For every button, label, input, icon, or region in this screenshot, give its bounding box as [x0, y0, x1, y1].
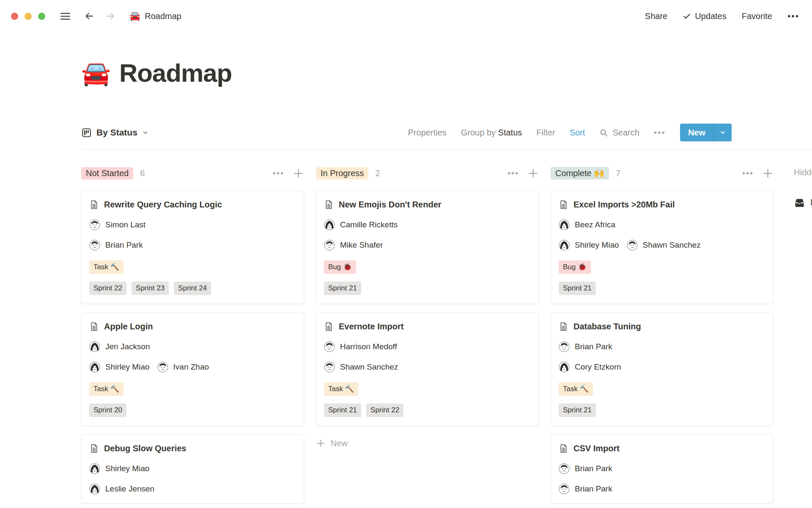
assignee-name: Brian Park: [575, 463, 612, 475]
card-sprint-tags-row: Sprint 21: [559, 403, 765, 417]
share-button[interactable]: Share: [645, 11, 667, 21]
sprint-tag: Sprint 21: [324, 282, 361, 295]
updates-button[interactable]: Updates: [683, 11, 727, 21]
group-by-button[interactable]: Group by Status: [461, 128, 522, 138]
assignee-name: Cory Etzkorn: [575, 361, 621, 373]
favorite-button[interactable]: Favorite: [742, 11, 772, 21]
card[interactable]: Database TuningBrian ParkCory EtzkornTas…: [551, 312, 774, 426]
card[interactable]: Evernote ImportHarrison MedoffShawn Sanc…: [316, 312, 539, 426]
sidebar-menu-icon[interactable]: [60, 11, 71, 22]
card-type-tag-row: Task 🔨: [89, 382, 296, 396]
assignee[interactable]: Camille Ricketts: [324, 219, 398, 231]
column-status-pill[interactable]: In Progress: [316, 167, 368, 179]
card-assignee-row: Jen Jackson: [89, 341, 296, 353]
card-assignee-row: Brian Park: [89, 239, 296, 251]
card-title-text: New Emojis Don't Render: [339, 199, 442, 210]
column-more-options-icon[interactable]: •••: [273, 168, 284, 178]
card-title-row: Rewrite Query Caching Logic: [89, 199, 296, 210]
minimize-window-button[interactable]: [25, 13, 32, 20]
add-card-label: New: [331, 439, 348, 448]
properties-button[interactable]: Properties: [408, 128, 447, 138]
page-doc-icon: [559, 444, 568, 453]
type-tag: Task 🔨: [559, 382, 593, 396]
assignee[interactable]: Beez Africa: [559, 219, 615, 231]
card[interactable]: CSV ImportBrian ParkBrian Park: [551, 434, 774, 504]
sort-button[interactable]: Sort: [570, 128, 585, 138]
page-doc-icon: [89, 200, 99, 210]
assignee[interactable]: Shawn Sanchez: [324, 361, 398, 373]
assignee-name: Simon Last: [105, 219, 145, 231]
column-add-card-icon[interactable]: [527, 168, 539, 179]
assignee[interactable]: Shawn Sanchez: [627, 239, 701, 251]
view-switcher[interactable]: By Status: [81, 127, 148, 138]
assignee[interactable]: Brian Park: [559, 483, 612, 495]
sprint-tag: Sprint 21: [559, 403, 596, 417]
close-window-button[interactable]: [11, 13, 18, 20]
card-assignee-row: Cory Etzkorn: [559, 361, 765, 373]
assignee[interactable]: Cory Etzkorn: [559, 361, 621, 373]
card-type-tag-row: Bug 🐞: [559, 260, 765, 274]
column-add-card-icon[interactable]: [762, 168, 774, 179]
assignee[interactable]: Brian Park: [559, 341, 612, 353]
inbox-icon: [794, 197, 805, 208]
assignee[interactable]: Shirley Miao: [559, 239, 619, 251]
card-type-tag-row: Task 🔨: [89, 260, 296, 274]
zoom-window-button[interactable]: [38, 13, 45, 20]
assignee-name: Brian Park: [575, 341, 612, 353]
card[interactable]: Excel Imports >20Mb FailBeez AfricaShirl…: [551, 190, 774, 304]
card-sprint-tags-row: Sprint 20: [89, 403, 296, 417]
person-avatar: [324, 219, 335, 230]
card[interactable]: Debug Slow QueriesShirley MiaoLeslie Jen…: [81, 434, 304, 504]
assignee-name: Shawn Sanchez: [643, 239, 701, 251]
person-avatar: [89, 362, 100, 373]
assignee[interactable]: Harrison Medoff: [324, 341, 397, 353]
assignee[interactable]: Shirley Miao: [89, 361, 150, 373]
assignee[interactable]: Brian Park: [559, 463, 612, 475]
column-more-options-icon[interactable]: •••: [508, 168, 519, 178]
card-sprint-tags-row: Sprint 21: [559, 282, 765, 295]
forward-arrow-icon[interactable]: [105, 11, 116, 22]
column-count: 7: [616, 168, 620, 178]
column-add-card-icon[interactable]: [293, 168, 304, 179]
more-options-icon[interactable]: •••: [787, 11, 799, 21]
search-button[interactable]: Search: [599, 128, 639, 138]
new-button[interactable]: New: [680, 124, 713, 141]
card-sprint-tags-row: Sprint 21Sprint 22: [324, 403, 531, 417]
column-more-options-icon[interactable]: •••: [742, 168, 754, 178]
assignee[interactable]: Brian Park: [89, 239, 143, 251]
assignee[interactable]: Leslie Jensen: [89, 483, 154, 495]
add-card-button[interactable]: New: [316, 439, 539, 448]
assignee[interactable]: Mike Shafer: [324, 239, 383, 251]
filter-button[interactable]: Filter: [536, 128, 555, 138]
card[interactable]: Rewrite Query Caching LogicSimon LastBri…: [81, 190, 304, 304]
card-title-row: Database Tuning: [559, 320, 765, 332]
sprint-tag: Sprint 23: [132, 282, 169, 295]
assignee[interactable]: Simon Last: [89, 219, 145, 231]
card-title-text: Apple Login: [104, 320, 153, 332]
page-title[interactable]: Roadmap: [119, 58, 232, 88]
back-arrow-icon[interactable]: [84, 11, 95, 22]
assignee[interactable]: Jen Jackson: [89, 341, 150, 353]
assignee-name: Shawn Sanchez: [340, 361, 398, 373]
assignee-name: Beez Africa: [575, 219, 615, 231]
view-more-options-icon[interactable]: •••: [654, 127, 666, 138]
card-type-tag-row: Task 🔨: [559, 382, 765, 396]
new-button-group: New: [680, 124, 732, 141]
new-dropdown-button[interactable]: [713, 124, 732, 141]
card-type-tag-row: Task 🔨: [324, 382, 531, 396]
column-status-pill[interactable]: Not Started: [81, 167, 133, 179]
card-assignee-row: Brian Park: [559, 463, 765, 475]
sprint-tag: Sprint 21: [559, 282, 596, 295]
card-title-row: Excel Imports >20Mb Fail: [559, 199, 765, 210]
breadcrumb[interactable]: 🚘 Roadmap: [129, 11, 181, 21]
card[interactable]: Apple LoginJen JacksonShirley MiaoIvan Z…: [81, 312, 304, 426]
card[interactable]: New Emojis Don't RenderCamille RickettsM…: [316, 190, 539, 304]
assignee-name: Jen Jackson: [105, 341, 150, 353]
page-icon[interactable]: 🚘: [81, 61, 111, 85]
hidden-group-no-status[interactable]: N: [794, 197, 812, 208]
column-status-pill[interactable]: Complete 🙌: [551, 167, 609, 179]
assignee[interactable]: Shirley Miao: [89, 463, 150, 475]
assignee[interactable]: Ivan Zhao: [157, 361, 209, 373]
assignee-name: Ivan Zhao: [173, 361, 209, 373]
page-doc-icon: [559, 200, 568, 210]
